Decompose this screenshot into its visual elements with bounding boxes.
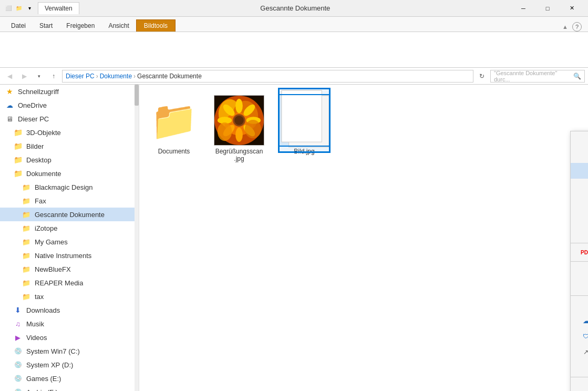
sidebar-label-archiv: Archiv (F:) (26, 388, 58, 392)
ctx-item-links[interactable]: Nach links drehen (571, 279, 588, 294)
sidebar-item-pc[interactable]: 🖥 Dieser PC (0, 112, 139, 126)
tab-ansicht[interactable]: Ansicht (101, 19, 136, 32)
ctx-play-icon (581, 300, 588, 310)
ctx-item-neues-video[interactable]: Neues Video erstellen (571, 147, 588, 163)
sidebar-item-sysxp[interactable]: 💿 System XP (D:) (0, 358, 139, 372)
sidebar-label-mygames: My Games (35, 238, 68, 246)
breadcrumb[interactable]: Dieser PC › Dokumente › Gescannte Dokume… (62, 70, 473, 83)
ctx-item-mit-paint[interactable]: Mit Paint 3D bearbeiten (571, 179, 588, 194)
addressbar: ◀ ▶ ▾ ↑ Dieser PC › Dokumente › Gescannt… (0, 68, 588, 85)
breadcrumb-pc[interactable]: Dieser PC (66, 73, 95, 80)
ribbon-tab-verwalten[interactable]: Verwalten (38, 2, 79, 14)
help-button[interactable]: ? (572, 22, 582, 32)
up-button[interactable]: ↑ (47, 70, 60, 83)
forward-button[interactable]: ▶ (18, 70, 30, 83)
sidebar-label-blackmagic: Blackmagic Design (35, 183, 93, 191)
sidebar-item-3dobjects[interactable]: 📁 3D-Objekte (0, 126, 139, 139)
folder-mygames-icon: 📁 (21, 236, 32, 247)
folder-bilder-icon: 📁 (13, 141, 23, 151)
file-item-documents[interactable]: 📁 Documents (148, 93, 200, 157)
tab-datei[interactable]: Datei (4, 19, 33, 32)
ctx-item-pdf24[interactable]: PDF PDF24 (571, 244, 588, 260)
ctx-item-oeffnen[interactable]: Öffnen (571, 131, 588, 147)
folder-dokumente-icon: 📁 (13, 168, 23, 179)
ctx-item-zugriff[interactable]: Zugriff gewähren auf › (571, 378, 588, 391)
sidebar-item-onedrive[interactable]: ☁ OneDrive (0, 98, 139, 112)
breadcrumb-docs[interactable]: Dokumente (100, 73, 132, 80)
sidebar-label-tax: tax (35, 293, 44, 301)
minimize-button[interactable]: ─ (511, 0, 535, 17)
sidebar-item-videos[interactable]: ▶ Videos (0, 331, 139, 344)
ctx-item-freigabe[interactable]: ↗ Freigabe (571, 344, 588, 360)
window-icon-quick: ▾ (25, 4, 34, 13)
sidebar-item-quickaccess[interactable]: ★ Schnellzugriff (0, 85, 139, 98)
ribbon-collapse-btn[interactable]: ▲ (558, 24, 572, 30)
tab-bildtools[interactable]: Bildtools (136, 19, 176, 32)
ribbon-content (0, 32, 588, 67)
folder-blackmagic-icon: 📁 (21, 182, 32, 192)
sidebar-label-quickaccess: Schnellzugriff (18, 88, 59, 96)
search-box[interactable]: "Gescannte Dokumente" durc... 🔍 (490, 70, 585, 83)
sidebar-item-bilder[interactable]: 📁 Bilder (0, 139, 139, 153)
sidebar-item-syswin7[interactable]: 💿 System Win7 (C:) (0, 344, 139, 358)
back-button[interactable]: ◀ (3, 70, 16, 83)
ctx-rotate-left-icon (581, 282, 588, 291)
sidebar-label-newblue: NewBlueFX (35, 265, 71, 273)
titlebar: ⬜ 📁 ▾ Verwalten Gescannte Dokumente ─ □ … (0, 0, 588, 17)
sidebar-label-onedrive: OneDrive (18, 101, 47, 109)
search-icon[interactable]: 🔍 (573, 73, 581, 80)
doc-scan-svg (279, 89, 329, 152)
ctx-item-desktop-bg[interactable]: Als Desktophintergrund festlegen (571, 194, 588, 210)
ctx-item-mit-fotos[interactable]: Mit Fotos bearbeiten (571, 163, 588, 179)
sidebar-item-blackmagic[interactable]: 📁 Blackmagic Design (0, 180, 139, 194)
window-icon-1: ⬜ (4, 4, 13, 13)
ctx-item-rechts[interactable]: Nach rechts drehen (571, 263, 588, 279)
search-placeholder: "Gescannte Dokumente" durc... (494, 70, 573, 83)
sidebar-item-musik[interactable]: ♫ Musik (0, 317, 139, 331)
content-area: 📁 Documents (139, 85, 588, 391)
folder-fax-icon: 📁 (21, 196, 32, 206)
sidebar-scroll-thumb[interactable] (135, 85, 139, 106)
ctx-item-wiedergabe[interactable]: Wiedergabe auf Gerät › (571, 297, 588, 313)
context-menu: Öffnen Neues Video erstellen Mit Fotos b… (570, 131, 588, 391)
ctx-item-onedrive[interactable]: ☁ Auf OneDrive verschieben (571, 313, 588, 328)
folder-reaper-icon: 📁 (21, 277, 32, 288)
music-icon: ♫ (13, 318, 23, 329)
tab-freigeben[interactable]: Freigeben (59, 19, 101, 32)
sidebar-item-gescannte[interactable]: 📁 Gescannte Dokumente (0, 208, 139, 221)
close-button[interactable]: ✕ (560, 0, 584, 17)
dropdown-button[interactable]: ▾ (33, 70, 45, 83)
folder-gescannte-icon: 📁 (21, 209, 32, 220)
file-item-begruessungsscan[interactable]: Begrüßungsscan.jpg (213, 93, 265, 164)
file-item-bild[interactable]: Bild.jpg (278, 93, 331, 157)
sidebar-item-games[interactable]: 💿 Games (E:) (0, 372, 139, 385)
sidebar-item-newblue[interactable]: 📁 NewBlueFX (0, 262, 139, 276)
sidebar-item-archiv[interactable]: 💿 Archiv (F:) (0, 385, 139, 391)
sidebar-item-desktop[interactable]: 📁 Desktop (0, 153, 139, 167)
maximize-button[interactable]: □ (535, 0, 560, 17)
ctx-video-icon (581, 150, 588, 160)
tab-start[interactable]: Start (33, 19, 59, 32)
ctx-item-defender[interactable]: 🛡 Mit Windows Defender überprüfen... (571, 328, 588, 344)
ctx-item-drucken[interactable]: Drucken (571, 226, 588, 242)
svg-point-9 (235, 128, 243, 142)
sidebar: ★ Schnellzugriff ☁ OneDrive 🖥 Dieser PC … (0, 85, 139, 391)
sidebar-item-dokumente[interactable]: 📁 Dokumente (0, 167, 139, 180)
sidebar-scrollbar[interactable] (135, 85, 139, 391)
image-begruessungsscan-thumb (214, 95, 264, 146)
sidebar-item-tax[interactable]: 📁 tax (0, 290, 139, 303)
sidebar-item-fax[interactable]: 📁 Fax (0, 194, 139, 208)
ctx-item-bearbeiten[interactable]: Bearbeiten (571, 210, 588, 226)
sidebar-label-izotope: iZotope (35, 224, 57, 232)
refresh-button[interactable]: ↻ (476, 70, 488, 83)
sidebar-item-izotope[interactable]: 📁 iZotope (0, 221, 139, 235)
folder-native-icon: 📁 (21, 250, 32, 261)
sidebar-item-downloads[interactable]: ⬇ Downloads (0, 303, 139, 317)
window-icons: ⬜ 📁 ▾ (4, 4, 34, 13)
sidebar-item-mygames[interactable]: 📁 My Games (0, 235, 139, 249)
sidebar-item-native[interactable]: 📁 Native Instruments (0, 249, 139, 262)
ctx-open-icon (581, 135, 588, 144)
ctx-print-icon (581, 229, 588, 239)
ctx-item-oeffnen-mit[interactable]: Öffnen mit › (571, 360, 588, 376)
sidebar-item-reaper[interactable]: 📁 REAPER Media (0, 276, 139, 290)
